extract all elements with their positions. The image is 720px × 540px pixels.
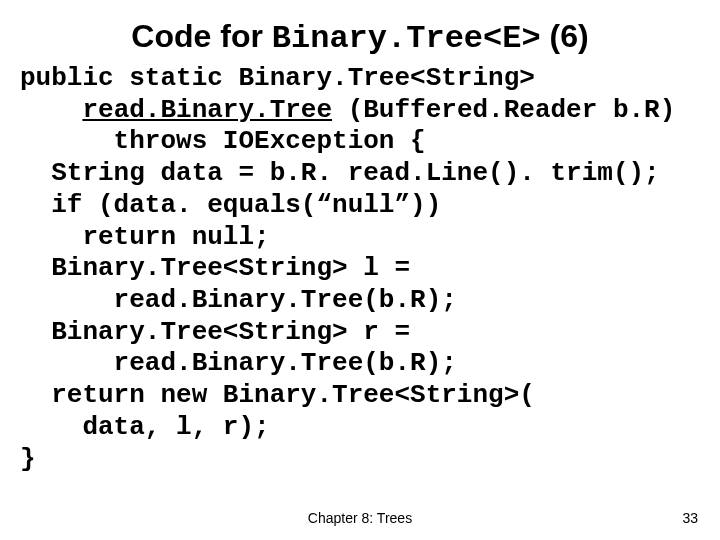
code-line-1: public static Binary.Tree<String> bbox=[20, 63, 535, 93]
code-line-9: Binary.Tree<String> r = bbox=[20, 317, 410, 347]
code-line-2-underlined: read.Binary.Tree bbox=[82, 95, 332, 125]
code-line-7: Binary.Tree<String> l = bbox=[20, 253, 410, 283]
footer-page-number: 33 bbox=[682, 510, 698, 526]
code-line-11: return new Binary.Tree<String>( bbox=[20, 380, 535, 410]
code-line-5: if (data. equals(“null”)) bbox=[20, 190, 441, 220]
code-line-2-rest: (Buffered.Reader b.R) bbox=[332, 95, 675, 125]
code-line-2-indent bbox=[20, 95, 82, 125]
code-line-13: } bbox=[20, 444, 36, 474]
code-line-3: throws IOException { bbox=[20, 126, 426, 156]
code-line-12: data, l, r); bbox=[20, 412, 270, 442]
code-line-6: return null; bbox=[20, 222, 270, 252]
slide-title: Code for Binary.Tree<E> (6) bbox=[20, 18, 700, 57]
code-block: public static Binary.Tree<String> read.B… bbox=[20, 63, 700, 475]
code-line-8: read.Binary.Tree(b.R); bbox=[20, 285, 457, 315]
code-line-4: String data = b.R. read.Line(). trim(); bbox=[20, 158, 660, 188]
title-mono: Binary.Tree<E> bbox=[272, 20, 541, 57]
footer-chapter: Chapter 8: Trees bbox=[0, 510, 720, 526]
title-suffix: (6) bbox=[541, 18, 589, 54]
title-prefix: Code for bbox=[131, 18, 271, 54]
code-line-10: read.Binary.Tree(b.R); bbox=[20, 348, 457, 378]
slide: Code for Binary.Tree<E> (6) public stati… bbox=[0, 0, 720, 540]
